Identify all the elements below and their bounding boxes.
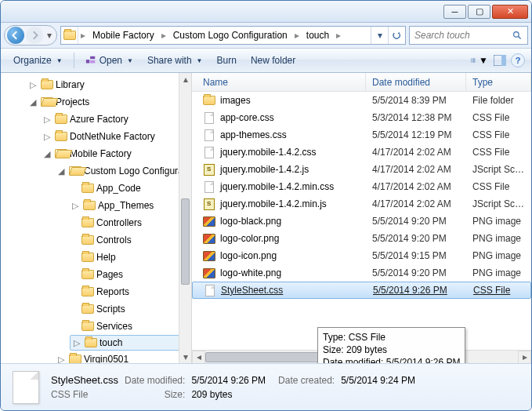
column-name[interactable]: Name: [192, 73, 366, 91]
list-item[interactable]: jquery.mobile-1.4.2.js4/17/2014 2:02 AMJ…: [192, 161, 531, 178]
expand-icon[interactable]: ▷: [42, 115, 52, 125]
details-size-value: 209 bytes: [191, 389, 266, 400]
scroll-left-button[interactable]: ◂: [192, 351, 205, 364]
expand-icon[interactable]: ▷: [27, 80, 38, 90]
arrow-left-icon: [11, 31, 20, 40]
collapse-icon[interactable]: ◢: [42, 149, 52, 159]
list-item[interactable]: jquery.mobile-1.4.2.css4/17/2014 2:02 AM…: [192, 144, 531, 161]
list-item[interactable]: jquery.mobile-1.4.2.min.css4/17/2014 2:0…: [192, 178, 531, 195]
file-type-cell: CSS File: [466, 147, 531, 158]
title-bar[interactable]: ─ ▢ ✕: [1, 1, 531, 23]
file-icon: [203, 232, 215, 245]
list-item[interactable]: logo-icon.png5/5/2014 9:15 PMPNG image: [192, 247, 531, 264]
expand-icon[interactable]: ▷: [71, 338, 82, 348]
scroll-up-button[interactable]: ▴: [179, 73, 191, 85]
minimize-button[interactable]: ─: [443, 5, 466, 19]
tree-item-pages[interactable]: Pages: [4, 266, 191, 283]
forward-button[interactable]: [26, 27, 43, 44]
list-item[interactable]: logo-color.png5/5/2014 9:20 PMPNG image: [192, 230, 531, 247]
chevron-right-icon[interactable]: ▸: [159, 30, 168, 41]
file-icon: [203, 267, 215, 279]
collapse-icon[interactable]: ◢: [27, 97, 38, 107]
nav-history-dropdown[interactable]: ▾: [44, 30, 55, 41]
chevron-right-icon[interactable]: ▸: [78, 30, 88, 41]
location-icon[interactable]: [61, 27, 78, 44]
expand-icon[interactable]: ▷: [42, 132, 52, 142]
open-button[interactable]: Open▼: [79, 52, 139, 69]
new-folder-button[interactable]: New folder: [244, 52, 302, 69]
file-type-cell: PNG image: [466, 233, 531, 244]
navigation-tree[interactable]: ▷Library ◢Projects ▷Azure Factory ▷DotNe…: [1, 73, 192, 363]
tree-item-touch[interactable]: ▷touch: [70, 335, 191, 351]
file-name-cell: jquery.mobile-1.4.2.min.css: [192, 180, 366, 193]
refresh-button[interactable]: [388, 27, 405, 44]
address-dropdown[interactable]: ▾: [371, 27, 388, 44]
organize-button[interactable]: Organize▼: [7, 52, 69, 69]
tooltip-size: Size: 209 bytes: [323, 344, 460, 356]
list-item[interactable]: logo-white.png5/5/2014 9:20 PMPNG image: [192, 264, 531, 282]
tree-item-virgin[interactable]: ▷Virgin0501: [4, 351, 191, 363]
file-type-cell: CSS File: [467, 285, 530, 296]
file-name-cell: app-themes.css: [192, 129, 366, 141]
file-date-cell: 5/5/2014 9:20 PM: [366, 233, 466, 244]
help-button[interactable]: ?: [511, 53, 525, 67]
chevron-right-icon[interactable]: ▸: [292, 30, 302, 41]
file-type-cell: CSS File: [466, 112, 531, 123]
tree-item-reports[interactable]: Reports: [4, 283, 191, 300]
scroll-thumb[interactable]: [181, 198, 190, 285]
maximize-button[interactable]: ▢: [468, 5, 490, 19]
tree-scrollbar[interactable]: ▴ ▾: [179, 73, 191, 363]
list-item[interactable]: StyleSheet.css5/5/2014 9:26 PMCSS File: [192, 282, 531, 299]
tree-item-services[interactable]: Services: [4, 318, 191, 335]
list-item[interactable]: app-themes.css5/5/2014 12:19 PMCSS File: [192, 126, 531, 144]
tree-item-custom-logo[interactable]: ◢Custom Logo Configurat: [4, 162, 191, 180]
file-name-cell: logo-color.png: [192, 232, 366, 245]
collapse-icon[interactable]: ◢: [56, 166, 67, 176]
tree-item-dnn[interactable]: ▷DotNetNuke Factory: [4, 128, 191, 145]
tree-item-appcode[interactable]: App_Code: [4, 180, 191, 197]
chevron-right-icon[interactable]: ▸: [334, 30, 343, 41]
tree-item-scripts[interactable]: Scripts: [4, 300, 191, 318]
scroll-right-button[interactable]: ▸: [518, 351, 531, 364]
svg-rect-4: [90, 60, 95, 64]
breadcrumb-mobile-factory[interactable]: Mobile Factory: [88, 27, 159, 44]
details-filetype: CSS File: [51, 389, 118, 400]
file-name-cell: StyleSheet.css: [193, 284, 367, 296]
burn-button[interactable]: Burn: [211, 52, 243, 69]
svg-rect-5: [471, 59, 472, 60]
preview-pane-button[interactable]: [490, 52, 509, 69]
breadcrumb-touch[interactable]: touch: [302, 27, 334, 44]
scroll-down-button[interactable]: ▾: [179, 351, 191, 363]
list-item[interactable]: images5/5/2014 8:39 PMFile folder: [192, 92, 531, 109]
tree-item-library[interactable]: ▷Library: [4, 76, 191, 93]
list-item[interactable]: logo-black.png5/5/2014 9:20 PMPNG image: [192, 213, 531, 230]
back-button[interactable]: [7, 27, 24, 44]
search-input[interactable]: Search touch: [409, 26, 528, 45]
column-date[interactable]: Date modified: [366, 73, 466, 91]
list-item[interactable]: jquery.mobile-1.4.2.min.js4/17/2014 2:02…: [192, 195, 531, 213]
share-with-button[interactable]: Share with▼: [141, 52, 209, 69]
svg-line-1: [518, 36, 520, 38]
file-type-cell: PNG image: [466, 250, 531, 261]
tree-item-appthemes[interactable]: ▷App_Themes: [4, 197, 191, 214]
file-date-cell: 5/5/2014 9:20 PM: [366, 216, 466, 227]
expand-icon[interactable]: ▷: [70, 201, 81, 211]
tree-item-help[interactable]: Help: [4, 249, 191, 266]
close-button[interactable]: ✕: [492, 5, 528, 19]
file-name-cell: logo-black.png: [192, 215, 366, 227]
list-item[interactable]: app-core.css5/3/2014 12:38 PMCSS File: [192, 109, 531, 126]
tree-item-azure[interactable]: ▷Azure Factory: [4, 111, 191, 128]
expand-icon[interactable]: ▷: [56, 355, 67, 364]
column-type[interactable]: Type: [466, 73, 531, 91]
breadcrumb-custom-logo[interactable]: Custom Logo Configuration: [168, 27, 292, 44]
tree-item-mobile[interactable]: ◢Mobile Factory: [4, 145, 191, 162]
view-options-button[interactable]: ▼: [470, 52, 489, 69]
file-icon: [203, 94, 215, 107]
tree-item-projects[interactable]: ◢Projects: [4, 93, 191, 111]
address-bar[interactable]: ▸ Mobile Factory ▸ Custom Logo Configura…: [60, 26, 406, 45]
tree-item-controls[interactable]: Controls: [4, 231, 191, 249]
tree-item-controllers[interactable]: Controllers: [4, 214, 191, 231]
file-name-cell: jquery.mobile-1.4.2.min.js: [192, 198, 366, 210]
list-body[interactable]: images5/5/2014 8:39 PMFile folderapp-cor…: [192, 92, 531, 363]
file-list: Name Date modified Type images5/5/2014 8…: [192, 73, 531, 363]
